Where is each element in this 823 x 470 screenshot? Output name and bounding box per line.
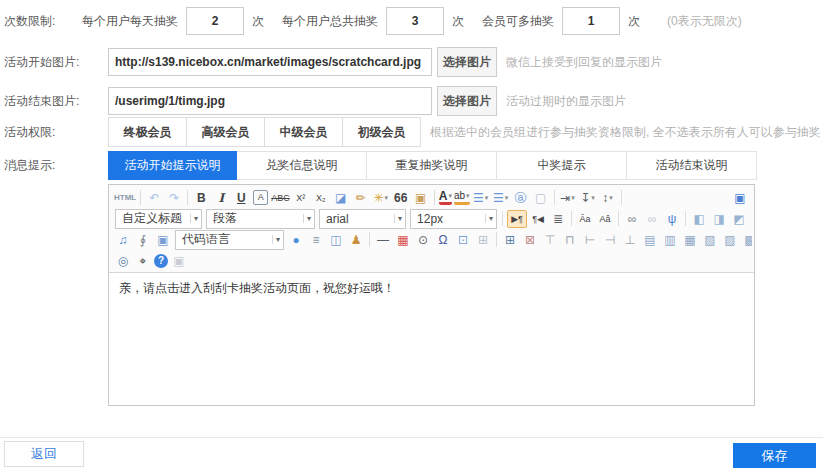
subscript-icon[interactable]: X₂ xyxy=(312,189,330,207)
font-color-icon[interactable]: A▾ xyxy=(439,190,452,205)
screenshot-icon[interactable]: ⊞ xyxy=(474,231,492,249)
eraser-icon[interactable]: ◪ xyxy=(332,189,350,207)
image-align-center-icon[interactable]: ◨ xyxy=(710,210,728,228)
clipboard-icon[interactable]: ▣ xyxy=(170,252,188,270)
redo-icon[interactable]: ↷ xyxy=(165,189,183,207)
remote-image-icon[interactable]: ▣ xyxy=(154,231,172,249)
split-cell-icon[interactable]: ▩ xyxy=(741,231,752,249)
back-button[interactable]: 返回 xyxy=(4,441,84,467)
row-end-image: 活动结束图片: 选择图片 活动过期时的显示图片 xyxy=(4,86,626,116)
formula-icon[interactable]: ⊡ xyxy=(454,231,472,249)
unordered-list-icon[interactable]: ☰▾ xyxy=(492,189,510,207)
member-option-senior[interactable]: 高级会员 xyxy=(186,117,265,147)
to-lowercase-icon[interactable]: Aâ xyxy=(596,210,614,228)
split-row-icon[interactable]: ▧ xyxy=(701,231,719,249)
indent-icon[interactable]: ⇥▾ xyxy=(559,189,577,207)
autotypeset-icon[interactable]: ✳▾ xyxy=(372,189,390,207)
map-icon[interactable]: ● xyxy=(287,231,305,249)
row-draw-limit: 次数限制: 每个用户每天抽奖 次 每个用户总共抽奖 次 会员可多抽奖 次 (0表… xyxy=(4,7,742,35)
delete-row-icon[interactable]: ⊥ xyxy=(621,231,639,249)
bold-icon[interactable]: B xyxy=(192,189,210,207)
insert-frame-icon[interactable]: ◫ xyxy=(327,231,345,249)
rtl-icon[interactable]: ¶◀ xyxy=(529,210,547,228)
unlink-icon[interactable]: ∞ xyxy=(643,210,661,228)
split-col-icon[interactable]: ▨ xyxy=(721,231,739,249)
toolbar-separator xyxy=(369,232,370,247)
paragraph-select[interactable]: 段落▾ xyxy=(206,209,315,229)
custom-title-select[interactable]: 自定义标题▾ xyxy=(115,209,202,229)
superscript-icon[interactable]: X² xyxy=(292,189,310,207)
end-image-label: 活动结束图片: xyxy=(4,93,108,110)
anchor-name-icon[interactable]: ⓐ xyxy=(512,189,530,207)
fullscreen-icon[interactable]: ▣ xyxy=(731,189,749,207)
end-image-pick-button[interactable]: 选择图片 xyxy=(437,86,497,116)
image-align-left-icon[interactable]: ◧ xyxy=(690,210,708,228)
horizontal-rule-icon[interactable]: — xyxy=(374,231,392,249)
tab-redeem-info[interactable]: 兑奖信息说明 xyxy=(236,152,366,179)
tab-win-prompt[interactable]: 中奖提示 xyxy=(496,152,626,179)
tab-activity-start-prompt[interactable]: 活动开始提示说明 xyxy=(108,151,237,180)
per-day-input[interactable] xyxy=(186,7,244,35)
merge-cells-icon[interactable]: ▤ xyxy=(641,231,659,249)
font-size-select[interactable]: 12px▾ xyxy=(410,209,497,229)
date-icon[interactable]: ▦ xyxy=(394,231,412,249)
toolbar-row-4: ◎⌖?▣ xyxy=(111,250,752,271)
start-image-input[interactable] xyxy=(108,48,432,76)
ordered-list-icon[interactable]: ☰▾ xyxy=(472,189,490,207)
total-unit: 次 xyxy=(452,13,464,30)
save-button[interactable]: 保存 xyxy=(733,443,816,468)
merge-right-icon[interactable]: ▥ xyxy=(661,231,679,249)
preview-icon[interactable]: ◎ xyxy=(114,252,132,270)
table-caption-icon[interactable]: ⊤ xyxy=(541,231,559,249)
to-uppercase-icon[interactable]: Âa xyxy=(576,210,594,228)
insert-row-icon[interactable]: ⊢ xyxy=(581,231,599,249)
code-snippet-icon[interactable]: ≡ xyxy=(307,231,325,249)
toolbar-separator xyxy=(434,190,435,205)
paste-text-icon[interactable]: ▣ xyxy=(412,189,430,207)
link-icon[interactable]: ∞ xyxy=(623,210,641,228)
image-align-right-icon[interactable]: ◩ xyxy=(730,210,748,228)
paragraph-spacing-icon[interactable]: ↧▾ xyxy=(579,189,597,207)
border-text-icon[interactable]: A xyxy=(253,190,268,205)
blockquote-icon[interactable]: 66 xyxy=(392,189,410,207)
anchor-icon[interactable]: ψ xyxy=(663,210,681,228)
format-brush-icon[interactable]: ✏ xyxy=(352,189,370,207)
tab-activity-end[interactable]: 活动结束说明 xyxy=(626,152,756,179)
insert-col-icon[interactable]: ⊣ xyxy=(601,231,619,249)
editor-content-area[interactable]: 亲，请点击进入刮刮卡抽奖活动页面，祝您好运哦！ xyxy=(109,273,754,405)
paragraph-format-icon[interactable]: ≣ xyxy=(549,210,567,228)
total-input[interactable] xyxy=(386,7,444,35)
special-char-icon[interactable]: Ω xyxy=(434,231,452,249)
merge-down-icon[interactable]: ▦ xyxy=(681,231,699,249)
member-option-middle[interactable]: 中级会员 xyxy=(264,117,343,147)
delete-table-icon[interactable]: ⊠ xyxy=(521,231,539,249)
help-icon[interactable]: ? xyxy=(154,254,168,268)
highlight-color-icon[interactable]: ab▾ xyxy=(454,190,470,205)
table-title-icon[interactable]: ⊓ xyxy=(561,231,579,249)
italic-icon[interactable]: I xyxy=(212,189,230,207)
editor-toolbar: HTML↶↷BIUAABCX²X₂◪✏✳▾66▣A▾ab▾☰▾☰▾ⓐ▢⇥▾↧▾↕… xyxy=(109,185,754,273)
member-option-junior[interactable]: 初级会员 xyxy=(342,117,421,147)
image-align-none-icon[interactable]: ◫ xyxy=(750,210,752,228)
attachment-icon[interactable]: ∮ xyxy=(134,231,152,249)
underline-icon[interactable]: U xyxy=(232,189,250,207)
end-image-input[interactable] xyxy=(108,87,432,115)
insert-table-icon[interactable]: ⊞ xyxy=(501,231,519,249)
member-extra-input[interactable] xyxy=(562,7,620,35)
undo-icon[interactable]: ↶ xyxy=(145,189,163,207)
line-height-icon[interactable]: ↕▾ xyxy=(599,189,617,207)
html-source-icon[interactable]: HTML xyxy=(114,189,136,207)
toolbar-separator xyxy=(621,190,622,205)
member-option-ultimate[interactable]: 终极会员 xyxy=(108,117,187,147)
find-replace-icon[interactable]: ⌖ xyxy=(134,252,152,270)
code-language-select[interactable]: 代码语言▾ xyxy=(175,230,284,250)
start-image-pick-button[interactable]: 选择图片 xyxy=(437,47,497,77)
tab-repeat-draw[interactable]: 重复抽奖说明 xyxy=(366,152,496,179)
scene-icon[interactable]: ♟ xyxy=(347,231,365,249)
ltr-icon[interactable]: ▶¶ xyxy=(507,210,527,228)
font-family-select[interactable]: arial▾ xyxy=(319,209,406,229)
time-icon[interactable]: ⊙ xyxy=(414,231,432,249)
new-doc-icon[interactable]: ▢ xyxy=(532,189,550,207)
music-icon[interactable]: ♫ xyxy=(114,231,132,249)
strikethrough-icon[interactable]: ABC xyxy=(271,189,290,207)
